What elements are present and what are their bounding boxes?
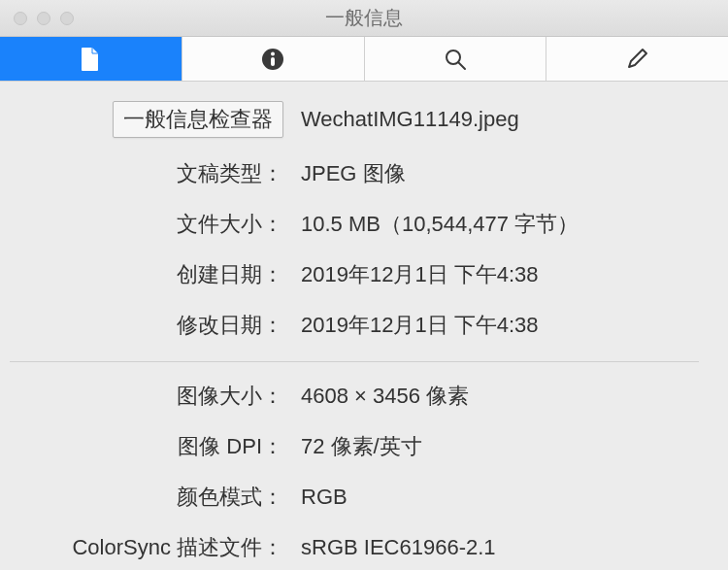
window-title: 一般信息 [0,5,728,31]
colorsync-label: ColorSync 描述文件： [10,533,301,562]
info-row-colormodel: 颜色模式： RGB [10,483,699,512]
dpi-value: 72 像素/英寸 [301,432,699,461]
info-row-colorsync: ColorSync 描述文件： sRGB IEC61966-2.1 [10,533,699,562]
info-row-created: 创建日期： 2019年12月1日 下午4:38 [10,260,699,289]
info-row-modified: 修改日期： 2019年12月1日 下午4:38 [10,311,699,340]
colormodel-label: 颜色模式： [10,483,301,512]
info-content: 一般信息检查器 WechatIMG11149.jpeg 文稿类型： JPEG 图… [0,82,728,570]
created-label: 创建日期： [10,260,301,289]
dpi-label: 图像 DPI： [10,432,301,461]
info-row-imagesize: 图像大小： 4608 × 3456 像素 [10,382,699,411]
inspector-window: 一般信息 一般信息检查器 WechatI [0,0,728,570]
info-row-doctype: 文稿类型： JPEG 图像 [10,159,699,188]
edit-tab[interactable] [546,37,728,81]
imagesize-label: 图像大小： [10,382,301,411]
general-info-tab[interactable] [0,37,182,81]
search-tab[interactable] [365,37,547,81]
imagesize-value: 4608 × 3456 像素 [301,382,699,411]
modified-value: 2019年12月1日 下午4:38 [301,311,699,340]
divider [10,361,699,362]
info-row-filesize: 文件大小： 10.5 MB（10,544,477 字节） [10,210,699,239]
filesize-value: 10.5 MB（10,544,477 字节） [301,210,699,239]
tooltip-general-info-inspector: 一般信息检查器 [113,101,283,138]
filename-value: WechatIMG11149.jpeg [301,107,699,132]
colorsync-value: sRGB IEC61966-2.1 [301,535,699,560]
minimize-traffic-light[interactable] [37,12,50,25]
colormodel-value: RGB [301,485,699,510]
document-icon [80,47,101,72]
doctype-value: JPEG 图像 [301,159,699,188]
traffic-lights [14,12,74,25]
created-value: 2019年12月1日 下午4:38 [301,260,699,289]
svg-point-1 [271,51,275,55]
filesize-label: 文件大小： [10,210,301,239]
zoom-traffic-light[interactable] [60,12,74,25]
pencil-icon [625,47,650,72]
info-row-dpi: 图像 DPI： 72 像素/英寸 [10,432,699,461]
toolbar [0,37,728,82]
modified-label: 修改日期： [10,311,301,340]
doctype-label: 文稿类型： [10,159,301,188]
magnifier-icon [443,47,468,72]
titlebar: 一般信息 [0,0,728,37]
info-circle-icon [260,47,285,72]
info-row-filename: 一般信息检查器 WechatIMG11149.jpeg [10,101,699,138]
svg-rect-2 [271,57,275,66]
svg-line-4 [458,62,465,69]
more-info-tab[interactable] [182,37,365,81]
close-traffic-light[interactable] [14,12,27,25]
